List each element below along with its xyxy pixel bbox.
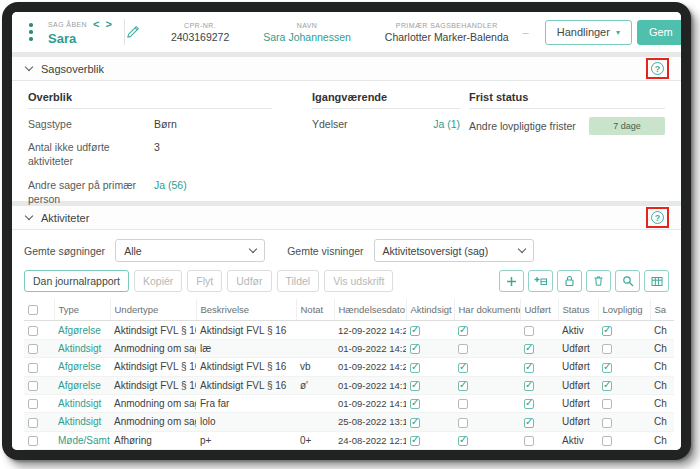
gemte-soegninger-select[interactable]: Alle <box>115 239 265 262</box>
har-dokumenter-checkbox[interactable] <box>458 381 468 391</box>
add-icon[interactable] <box>499 270 524 292</box>
search-icon[interactable] <box>615 270 640 292</box>
previous-case-icon[interactable]: < <box>93 19 99 30</box>
activity-type-link[interactable]: Afgørelse <box>58 361 101 372</box>
lovpligtig-checkbox[interactable] <box>602 418 612 428</box>
col-undertype[interactable]: Undertype <box>110 299 196 321</box>
cell-notat <box>296 321 334 339</box>
help-icon[interactable]: ? <box>651 62 664 75</box>
gemte-visninger-select[interactable]: Aktivitetsoversigt (sag) <box>374 239 534 262</box>
lovpligtig-checkbox[interactable] <box>602 381 612 391</box>
delete-icon[interactable] <box>586 270 611 292</box>
udfoert-checkbox[interactable] <box>524 326 534 336</box>
lovpligtig-checkbox[interactable] <box>602 436 612 446</box>
tildel-button[interactable]: Tildel <box>277 270 320 292</box>
aktindsigt-checkbox[interactable] <box>410 436 420 446</box>
har-dokumenter-checkbox[interactable] <box>458 399 468 409</box>
col-sagsbehandler[interactable]: Sa <box>650 299 674 321</box>
navn-value-link[interactable]: Sara Johannessen <box>263 31 351 43</box>
dan-journalrapport-button[interactable]: Dan journalrapport <box>24 270 129 292</box>
row-select-checkbox[interactable] <box>28 363 38 373</box>
sagsoverblik-header[interactable]: Sagsoverblik ? <box>12 57 681 81</box>
lovpligtig-checkbox[interactable] <box>602 326 612 336</box>
aktiviteter-header[interactable]: Aktiviteter ? <box>12 206 681 230</box>
col-status[interactable]: Status <box>558 299 598 321</box>
har-dokumenter-checkbox[interactable] <box>458 363 468 373</box>
udfoert-checkbox[interactable] <box>524 418 534 428</box>
table-row[interactable]: Henvendelse Anden i familien ryry 24-08-… <box>24 450 674 451</box>
activity-type-link[interactable]: Aktindsigt <box>58 398 101 409</box>
aktindsigt-checkbox[interactable] <box>410 363 420 373</box>
table-row[interactable]: Møde/Samtale Afhøring p+ 0+ 24-08-2022 1… <box>24 431 674 449</box>
lovpligtig-checkbox[interactable] <box>602 399 612 409</box>
table-row[interactable]: Afgørelse Aktindsigt FVL § 16 Aktindsigt… <box>24 376 674 394</box>
aktindsigt-checkbox[interactable] <box>410 344 420 354</box>
udfoert-checkbox[interactable] <box>524 344 534 354</box>
cell-sagsbehandler: Ch <box>650 450 674 451</box>
vis-udskrift-button[interactable]: Vis udskrift <box>324 270 393 292</box>
ydelser-link[interactable]: Ja (1) <box>433 117 460 131</box>
kebab-menu-icon[interactable] <box>24 21 38 43</box>
aktindsigt-checkbox[interactable] <box>410 326 420 336</box>
col-lovpligtig[interactable]: Lovpligtig <box>598 299 650 321</box>
col-har-dokumenter[interactable]: Har dokumenter <box>454 299 520 321</box>
help-icon[interactable]: ? <box>651 211 664 224</box>
activity-type-link[interactable]: Møde/Samtale <box>58 435 110 446</box>
collapse-chevron-icon[interactable] <box>25 212 33 220</box>
table-row[interactable]: Aktindsigt Anmodning om sagsakter læ 01-… <box>24 339 674 357</box>
gem-button[interactable]: Gem <box>637 20 681 45</box>
flyt-button[interactable]: Flyt <box>187 270 222 292</box>
col-udfoert[interactable]: Udført <box>520 299 558 321</box>
cell-notat: vb <box>296 358 334 376</box>
row-select-checkbox[interactable] <box>28 436 38 446</box>
table-row[interactable]: Aktindsigt Anmodning om sagsakter Fra fa… <box>24 394 674 412</box>
table-row[interactable]: Afgørelse Aktindsigt FVL § 16 Aktindsigt… <box>24 358 674 376</box>
row-select-checkbox[interactable] <box>28 399 38 409</box>
select-all-checkbox[interactable] <box>28 305 38 315</box>
handlinger-button[interactable]: Handlinger ▾ <box>545 20 632 45</box>
har-dokumenter-checkbox[interactable] <box>458 436 468 446</box>
add-row-icon[interactable] <box>528 270 553 292</box>
columns-icon[interactable] <box>644 270 669 292</box>
udfoert-checkbox[interactable] <box>524 381 534 391</box>
activity-type-link[interactable]: Aktindsigt <box>58 343 101 354</box>
aktindsigt-checkbox[interactable] <box>410 418 420 428</box>
row-select-checkbox[interactable] <box>28 381 38 391</box>
row-select-checkbox[interactable] <box>28 326 38 336</box>
cell-sagsbehandler: Ch <box>650 394 674 412</box>
collapse-chevron-icon[interactable] <box>25 63 33 71</box>
row-select-checkbox[interactable] <box>28 344 38 354</box>
lovpligtig-checkbox[interactable] <box>602 363 612 373</box>
andre-sager-label: Andre sager på primær person <box>28 178 154 206</box>
gemte-soegninger-label: Gemte søgninger <box>24 245 105 257</box>
aktindsigt-checkbox[interactable] <box>410 381 420 391</box>
lock-icon[interactable] <box>557 270 582 292</box>
col-beskrivelse[interactable]: Beskrivelse <box>196 299 296 321</box>
activity-type-link[interactable]: Aktindsigt <box>58 416 101 427</box>
andre-sager-link[interactable]: Ja (56) <box>154 178 187 206</box>
col-haendelsesdato[interactable]: Hændelsesdato <box>334 299 406 321</box>
table-row[interactable]: Afgørelse Aktindsigt FVL § 16 Aktindsigt… <box>24 321 674 339</box>
igangvaerende-title: Igangværende <box>312 91 460 109</box>
har-dokumenter-checkbox[interactable] <box>458 326 468 336</box>
har-dokumenter-checkbox[interactable] <box>458 418 468 428</box>
sagsoverblik-title: Sagsoverblik <box>41 63 104 75</box>
activity-type-link[interactable]: Afgørelse <box>58 325 101 336</box>
udfoert-checkbox[interactable] <box>524 399 534 409</box>
activity-type-link[interactable]: Afgørelse <box>58 380 101 391</box>
aktindsigt-checkbox[interactable] <box>410 399 420 409</box>
udfoert-checkbox[interactable] <box>524 436 534 446</box>
udfoert-checkbox[interactable] <box>524 363 534 373</box>
edit-icon[interactable] <box>125 24 141 40</box>
udfoer-button[interactable]: Udfør <box>227 270 271 292</box>
col-type[interactable]: Type <box>54 299 110 321</box>
har-dokumenter-checkbox[interactable] <box>458 344 468 354</box>
col-aktindsigt[interactable]: Aktindsigt <box>406 299 454 321</box>
col-notat[interactable]: Notat <box>296 299 334 321</box>
kopier-button[interactable]: Kopiér <box>134 270 182 292</box>
table-row[interactable]: Aktindsigt Anmodning om sagsakter lolo 2… <box>24 413 674 431</box>
lovpligtig-checkbox[interactable] <box>602 344 612 354</box>
row-select-checkbox[interactable] <box>28 418 38 428</box>
sagsoverblik-body: Overblik Sagstype Børn Antal ikke udført… <box>12 81 681 215</box>
next-case-icon[interactable]: > <box>105 19 111 30</box>
